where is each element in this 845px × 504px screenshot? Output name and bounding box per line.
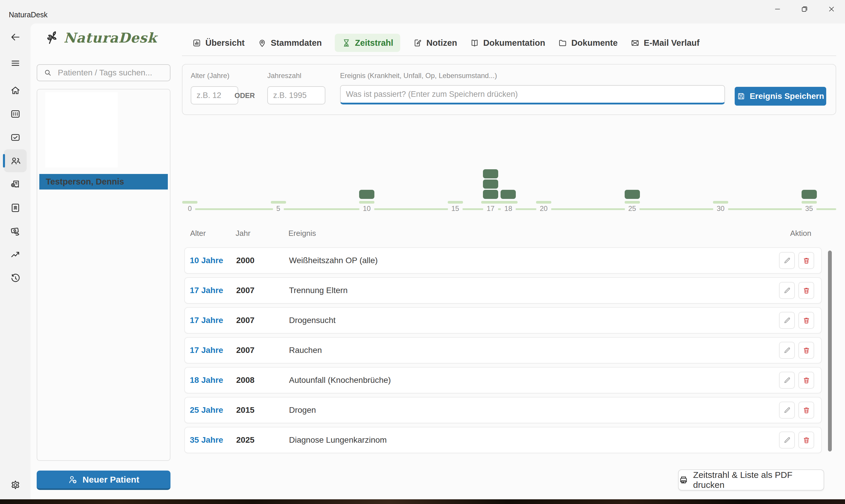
- event-row: 25 Jahre2015Drogen: [184, 397, 822, 423]
- tick-dash: [499, 201, 518, 203]
- year-input[interactable]: [267, 86, 325, 105]
- calendar-icon: [10, 109, 21, 120]
- event-bar-age-35: [802, 190, 817, 199]
- patient-search[interactable]: [37, 64, 170, 81]
- patient-list-item-selected[interactable]: Testperson, Dennis: [39, 174, 168, 190]
- maximize-button[interactable]: [791, 0, 818, 18]
- brand-name: NaturaDesk: [64, 30, 157, 46]
- minimize-button[interactable]: [764, 0, 791, 18]
- event-input[interactable]: [340, 85, 725, 105]
- tick-label: 35: [802, 204, 816, 213]
- tick-label: 30: [713, 204, 728, 213]
- row-ereignis: Weißheitszahn OP (alle): [289, 256, 779, 265]
- search-input[interactable]: [57, 68, 164, 78]
- new-patient-button[interactable]: Neuer Patient: [37, 471, 170, 490]
- row-jahr: 2008: [236, 376, 289, 385]
- event-bar-age-10: [359, 190, 374, 199]
- gear-icon: [10, 480, 21, 490]
- sidebar-item-patients[interactable]: [7, 152, 23, 169]
- row-alter: 35 Jahre: [185, 435, 236, 445]
- table-scrollbar[interactable]: [828, 251, 832, 451]
- tab-zeitstrahl[interactable]: Zeitstrahl: [335, 34, 400, 52]
- delete-row-button[interactable]: [798, 342, 814, 359]
- sidebar-item-home[interactable]: [7, 82, 23, 98]
- row-ereignis: Drogen: [289, 406, 779, 415]
- edit-row-button[interactable]: [779, 252, 795, 269]
- tick-label: 5: [273, 204, 284, 213]
- event-bar-age-17: [483, 169, 498, 178]
- sidebar-item-calendar[interactable]: [7, 106, 23, 122]
- trash-icon: [803, 436, 810, 444]
- row-jahr: 2025: [236, 435, 289, 445]
- trash-icon: [803, 257, 810, 265]
- year-label: Jahreszahl: [267, 72, 301, 80]
- sidebar-item-history[interactable]: [7, 270, 23, 286]
- edit-row-button[interactable]: [779, 432, 795, 449]
- tab-e-mail-verlauf[interactable]: E-Mail Verlauf: [630, 34, 700, 52]
- tab-übersicht[interactable]: Übersicht: [192, 34, 245, 52]
- delete-row-button[interactable]: [798, 402, 814, 419]
- pencil-icon: [783, 287, 791, 294]
- patient-list: Testperson, Dennis: [37, 89, 170, 461]
- row-jahr: 2007: [236, 316, 289, 325]
- sidebar-item-statistics[interactable]: [7, 247, 23, 263]
- sidebar-rail: [0, 23, 31, 499]
- delete-row-button[interactable]: [798, 372, 814, 389]
- row-ereignis: Rauchen: [289, 346, 779, 355]
- edit-row-button[interactable]: [779, 342, 795, 359]
- sidebar-item-invoices[interactable]: [7, 176, 23, 193]
- tab-stammdaten[interactable]: Stammdaten: [257, 34, 322, 52]
- delete-row-button[interactable]: [798, 282, 814, 299]
- tick-dash: [802, 201, 817, 203]
- print-pdf-button[interactable]: Zeitstrahl & Liste als PDF drucken: [678, 469, 824, 490]
- trend-icon: [10, 249, 21, 260]
- pencil-icon: [783, 406, 791, 414]
- tab-dokumente[interactable]: Dokumente: [558, 34, 617, 52]
- age-label: Alter (Jahre): [191, 72, 230, 80]
- edit-row-button[interactable]: [779, 402, 795, 419]
- trash-icon: [803, 317, 810, 324]
- sidebar-item-back[interactable]: [7, 29, 23, 45]
- save-event-button[interactable]: Ereignis Speichern: [735, 87, 826, 106]
- sidebar-item-settings[interactable]: [7, 477, 23, 493]
- edit-row-button[interactable]: [779, 282, 795, 299]
- save-icon: [737, 92, 745, 101]
- new-patient-label: Neuer Patient: [83, 475, 139, 485]
- sidebar-item-journal[interactable]: [7, 199, 23, 216]
- tab-notizen[interactable]: Notizen: [413, 34, 457, 52]
- sidebar-item-payments[interactable]: [7, 223, 23, 239]
- tick-dash: [359, 201, 374, 203]
- close-icon: [828, 5, 835, 13]
- titlebar: NaturaDesk: [0, 0, 845, 23]
- delete-row-button[interactable]: [798, 312, 814, 329]
- tasks-icon: [10, 132, 21, 143]
- tick-label: 0: [184, 204, 195, 213]
- row-actions: [779, 372, 814, 389]
- tick-dash: [713, 201, 728, 203]
- hourglass-icon: [342, 38, 351, 48]
- event-row: 18 Jahre2008Autounfall (Knochenbrüche): [184, 367, 822, 393]
- sidebar-item-tasks[interactable]: [7, 129, 23, 145]
- age-input[interactable]: [191, 86, 238, 105]
- tick-label: 17: [483, 204, 498, 213]
- sidebar-item-menu[interactable]: [7, 55, 23, 71]
- delete-row-button[interactable]: [798, 432, 814, 449]
- event-row: 10 Jahre2000Weißheitszahn OP (alle): [184, 247, 822, 274]
- tab-label: Übersicht: [205, 38, 245, 48]
- print-pdf-label: Zeitstrahl & Liste als PDF drucken: [693, 470, 824, 490]
- tab-dokumentation[interactable]: Dokumentation: [470, 34, 545, 52]
- tab-label: E-Mail Verlauf: [644, 38, 700, 48]
- pencil-icon: [783, 346, 791, 354]
- event-label: Ereignis (Krankheit, Unfall, Op, Lebensu…: [340, 72, 497, 80]
- book-open-icon: [470, 38, 479, 48]
- row-actions: [779, 342, 814, 359]
- close-button[interactable]: [818, 0, 845, 18]
- edit-row-button[interactable]: [779, 372, 795, 389]
- minimize-icon: [774, 5, 781, 13]
- delete-row-button[interactable]: [798, 252, 814, 269]
- header-aktion: Aktion: [790, 229, 811, 238]
- edit-row-button[interactable]: [779, 312, 795, 329]
- row-alter: 10 Jahre: [185, 256, 236, 265]
- tick-label: 15: [448, 204, 463, 213]
- tick-label: 10: [359, 204, 374, 213]
